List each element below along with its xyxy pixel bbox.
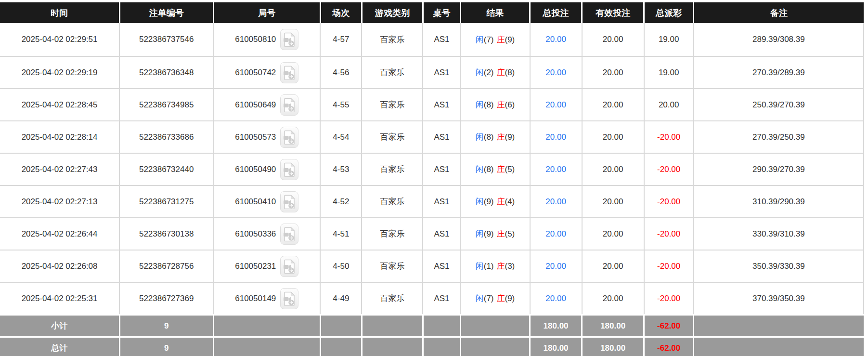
total-bet-link[interactable]: 20.00 — [545, 68, 566, 77]
cell-total-bet: 20.00 — [530, 185, 582, 218]
video-replay-button[interactable] — [280, 94, 298, 116]
cell-valid-bet: 20.00 — [582, 153, 644, 185]
video-replay-button[interactable] — [280, 127, 298, 148]
cell-bet-id: 522386736348 — [119, 56, 213, 89]
cell-game-type: 百家乐 — [362, 121, 423, 153]
cell-bet-id: 522386733686 — [119, 121, 213, 153]
cell-round-id-empty — [213, 337, 320, 356]
video-replay-button[interactable] — [280, 159, 298, 180]
result-banker-label: 庄 — [497, 35, 505, 44]
total-bet-link[interactable]: 20.00 — [545, 197, 566, 206]
result-banker-label: 庄 — [497, 294, 505, 303]
video-replay-button[interactable] — [280, 62, 298, 83]
total-bet-link[interactable]: 20.00 — [545, 294, 566, 303]
column-header-table-no: 桌号 — [423, 3, 460, 24]
cell-round-id: 610050810 — [213, 23, 320, 56]
cell-round-id: 610050231 — [213, 250, 320, 282]
cell-table-no: AS1 — [423, 121, 460, 153]
cell-game-type: 百家乐 — [362, 153, 423, 185]
cell-valid-bet: 20.00 — [582, 218, 644, 250]
cell-result: 闲(2)庄(8) — [460, 56, 530, 89]
cell-bet-id: 522386731275 — [119, 185, 213, 218]
cell-total-payout: -20.00 — [644, 282, 694, 315]
table-row: 2025-04-02 02:29:51522386737546610050810… — [0, 23, 864, 56]
total-row: 总计9180.00180.00-62.00 — [0, 337, 864, 356]
cell-total-payout: 20.00 — [644, 89, 694, 121]
result-player-label: 闲 — [476, 35, 484, 44]
round-cell-content: 610050742 — [214, 62, 320, 83]
cell-remark: 350.39/330.39 — [694, 250, 864, 282]
cell-total-payout: -62.00 — [644, 337, 694, 356]
cell-total-bet: 180.00 — [530, 337, 582, 356]
cell-remark: 250.39/270.39 — [694, 89, 864, 121]
result-player-score: (7) — [484, 294, 494, 303]
column-header-remark: 备注 — [694, 3, 864, 24]
cell-total-bet: 20.00 — [530, 121, 582, 153]
total-bet-link[interactable]: 20.00 — [545, 229, 566, 238]
video-replay-button[interactable] — [280, 288, 298, 309]
round-number: 610050573 — [235, 132, 276, 142]
video-replay-button[interactable] — [280, 256, 298, 277]
round-cell-content: 610050336 — [214, 224, 320, 245]
cell-table-no: AS1 — [423, 56, 460, 89]
total-bet-link[interactable]: 20.00 — [545, 262, 566, 271]
cell-session-empty — [320, 337, 362, 356]
table-header-row: 时间注单编号局号场次游戏类别桌号结果总投注有效投注总派彩备注 — [0, 3, 864, 24]
table-row: 2025-04-02 02:26:44522386730138610050336… — [0, 218, 864, 250]
total-bet-link[interactable]: 20.00 — [545, 165, 566, 174]
total-bet-link[interactable]: 20.00 — [545, 35, 566, 44]
cell-time: 2025-04-02 02:26:08 — [0, 250, 119, 282]
cell-session: 4-50 — [320, 250, 362, 282]
round-number: 610050490 — [235, 165, 276, 174]
round-cell-content: 610050149 — [214, 288, 320, 309]
cell-session: 4-56 — [320, 56, 362, 89]
video-replay-button[interactable] — [280, 224, 298, 245]
video-replay-icon — [283, 98, 296, 112]
cell-round-id: 610050742 — [213, 56, 320, 89]
cell-table-no-empty — [423, 337, 460, 356]
round-number: 610050231 — [235, 262, 276, 271]
cell-round-id-empty — [213, 315, 320, 337]
round-cell-content: 610050573 — [214, 127, 320, 148]
cell-bet-id: 522386732440 — [119, 153, 213, 185]
cell-remark: 330.39/310.39 — [694, 218, 864, 250]
cell-result: 闲(7)庄(9) — [460, 282, 530, 315]
total-label: 总计 — [0, 337, 119, 356]
column-header-result: 结果 — [460, 3, 530, 24]
cell-result: 闲(7)庄(9) — [460, 23, 530, 56]
result-banker-score: (8) — [505, 68, 515, 77]
cell-session: 4-52 — [320, 185, 362, 218]
result-player-score: (8) — [484, 132, 494, 142]
video-replay-icon — [283, 32, 296, 47]
cell-table-no: AS1 — [423, 185, 460, 218]
result-player-label: 闲 — [476, 68, 484, 77]
cell-bet-id: 522386734985 — [119, 89, 213, 121]
video-replay-icon — [283, 291, 296, 306]
result-banker-score: (9) — [505, 294, 515, 303]
table-body: 2025-04-02 02:29:51522386737546610050810… — [0, 23, 864, 356]
result-banker-score: (9) — [505, 35, 515, 44]
cell-total-bet: 180.00 — [530, 315, 582, 337]
cell-total-bet: 20.00 — [530, 218, 582, 250]
total-bet-link[interactable]: 20.00 — [545, 100, 566, 109]
subtotal-row: 小计9180.00180.00-62.00 — [0, 315, 864, 337]
result-banker-label: 庄 — [497, 132, 505, 142]
column-header-total-bet: 总投注 — [530, 3, 582, 24]
video-replay-button[interactable] — [280, 29, 298, 50]
total-bet-link[interactable]: 20.00 — [545, 132, 566, 142]
column-header-round-id: 局号 — [213, 3, 320, 24]
cell-round-id: 610050573 — [213, 121, 320, 153]
result-player-score: (9) — [484, 229, 494, 238]
cell-total-payout: 19.00 — [644, 23, 694, 56]
cell-session-empty — [320, 315, 362, 337]
cell-round-id: 610050336 — [213, 218, 320, 250]
result-player-label: 闲 — [476, 229, 484, 238]
round-cell-content: 610050810 — [214, 29, 320, 50]
cell-result: 闲(8)庄(9) — [460, 121, 530, 153]
video-replay-button[interactable] — [280, 191, 298, 212]
cell-time: 2025-04-02 02:29:19 — [0, 56, 119, 89]
result-player-label: 闲 — [476, 294, 484, 303]
cell-valid-bet: 20.00 — [582, 23, 644, 56]
video-replay-icon — [283, 162, 296, 177]
table-row: 2025-04-02 02:27:43522386732440610050490… — [0, 153, 864, 185]
